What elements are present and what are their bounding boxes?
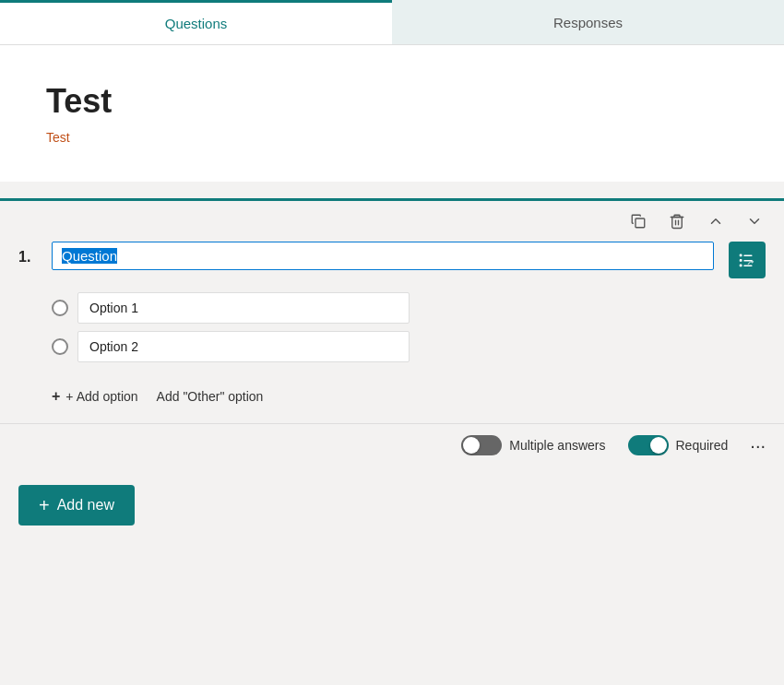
required-toggle-knob [650, 437, 667, 454]
option-row-2 [52, 331, 766, 362]
tab-questions[interactable]: Questions [0, 0, 392, 44]
required-toggle[interactable] [628, 435, 669, 455]
add-options-row: + + Add option Add "Other" option [0, 379, 784, 423]
section-separator [0, 182, 784, 189]
question-toolbar [0, 201, 784, 237]
option-row-1 [52, 292, 766, 324]
svg-rect-8 [743, 266, 752, 266]
form-subtitle: Test [46, 130, 738, 145]
question-input-wrapper [52, 242, 714, 270]
more-options-button[interactable]: ··· [750, 436, 766, 455]
question-card: 1. [0, 198, 784, 467]
svg-rect-6 [743, 260, 752, 261]
multiple-answers-label: Multiple answers [509, 438, 605, 453]
delete-icon[interactable] [666, 210, 688, 232]
tabs-bar: Questions Responses [0, 0, 784, 45]
add-new-area: + Add new [0, 467, 784, 562]
move-up-icon[interactable] [705, 210, 727, 232]
multiple-answers-group: Multiple answers [461, 435, 605, 455]
svg-rect-7 [740, 265, 742, 267]
add-new-button[interactable]: + Add new [18, 485, 135, 526]
question-type-icon [737, 250, 757, 270]
form-title: Test [46, 82, 738, 121]
question-body: 1. [0, 237, 784, 292]
svg-rect-3 [740, 254, 742, 257]
question-footer: Multiple answers Required ··· [0, 423, 784, 467]
option-1-input[interactable] [77, 292, 410, 324]
add-new-label: Add new [57, 497, 114, 514]
option-1-radio [52, 300, 68, 316]
question-input[interactable] [52, 242, 714, 270]
multiple-answers-toggle[interactable] [461, 435, 502, 455]
add-other-button[interactable]: Add "Other" option [157, 389, 264, 404]
copy-icon[interactable] [627, 210, 649, 232]
svg-rect-4 [743, 255, 752, 256]
options-area [0, 292, 784, 379]
svg-rect-5 [740, 259, 742, 262]
option-2-input[interactable] [77, 331, 410, 362]
add-new-plus-icon: + [39, 496, 50, 514]
required-group: Required [628, 435, 729, 455]
option-2-radio [52, 338, 68, 355]
add-option-label: + Add option [65, 389, 137, 404]
question-number: 1. [18, 249, 37, 266]
tab-responses[interactable]: Responses [392, 0, 784, 44]
add-option-plus-icon: + [52, 388, 60, 405]
required-label: Required [676, 438, 729, 453]
main-content: Test Test [0, 45, 784, 182]
question-type-button[interactable] [729, 242, 766, 278]
svg-rect-0 [636, 218, 645, 228]
add-option-button[interactable]: + + Add option [52, 388, 138, 405]
move-down-icon[interactable] [743, 210, 766, 232]
multiple-answers-toggle-knob [463, 437, 480, 454]
